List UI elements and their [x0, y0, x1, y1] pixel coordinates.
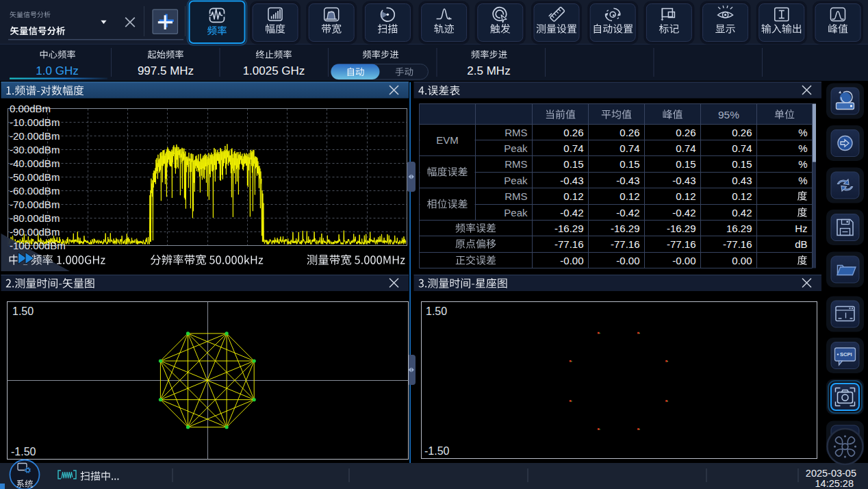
svg-text:0.15: 0.15 — [732, 158, 752, 170]
svg-text:-16.29: -16.29 — [611, 223, 640, 234]
svg-text:0.00: 0.00 — [732, 255, 752, 266]
svg-text:0.42: 0.42 — [732, 207, 752, 218]
svg-text:-0.00: -0.00 — [560, 255, 583, 266]
svg-text:0.15: 0.15 — [563, 158, 583, 170]
svg-text:16.29: 16.29 — [726, 223, 752, 234]
svg-text:0.12: 0.12 — [620, 190, 639, 202]
svg-text:Peak: Peak — [504, 142, 528, 154]
svg-text:-16.29: -16.29 — [667, 223, 696, 234]
svg-text:-0.42: -0.42 — [672, 207, 695, 218]
svg-text:0.15: 0.15 — [676, 158, 695, 170]
svg-text:-50.00dBm: -50.00dBm — [10, 171, 60, 183]
svg-text:-0.42: -0.42 — [616, 207, 639, 218]
svg-text:Hz: Hz — [795, 223, 807, 234]
svg-text:dB: dB — [795, 238, 807, 250]
svg-text:%: % — [798, 142, 807, 154]
svg-text:-70.00dBm: -70.00dBm — [10, 199, 60, 210]
svg-text:-0.43: -0.43 — [616, 175, 639, 186]
svg-text:-0.00: -0.00 — [672, 255, 695, 266]
svg-text:-30.00dBm: -30.00dBm — [10, 144, 60, 155]
svg-text:1.0025 GHz: 1.0025 GHz — [243, 64, 305, 77]
svg-text:14:25:28: 14:25:28 — [815, 478, 854, 489]
svg-text:-0.42: -0.42 — [560, 207, 583, 218]
svg-text:-0.43: -0.43 — [672, 175, 695, 186]
svg-text:%: % — [798, 175, 807, 186]
svg-text:-0.43: -0.43 — [560, 175, 583, 186]
svg-text:RMS: RMS — [505, 158, 527, 170]
svg-text:95%: 95% — [718, 109, 739, 121]
svg-text:-60.00dBm: -60.00dBm — [10, 185, 60, 197]
svg-text:RMS: RMS — [505, 127, 527, 138]
svg-text:0.74: 0.74 — [620, 142, 639, 154]
svg-text:1.0 GHz: 1.0 GHz — [36, 64, 78, 77]
svg-text:0.00dBm: 0.00dBm — [10, 103, 51, 114]
svg-text:%: % — [798, 158, 807, 170]
svg-text:-1.50: -1.50 — [11, 446, 36, 457]
svg-text:997.5 MHz: 997.5 MHz — [138, 64, 194, 77]
svg-text:2.5 MHz: 2.5 MHz — [467, 64, 510, 77]
svg-text:-77.16: -77.16 — [723, 238, 752, 250]
svg-text:EVM: EVM — [436, 134, 459, 146]
svg-text:0.74: 0.74 — [563, 142, 583, 154]
svg-text:Peak: Peak — [504, 207, 528, 218]
svg-text:-20.00dBm: -20.00dBm — [10, 130, 60, 142]
svg-text:0.15: 0.15 — [620, 158, 639, 170]
svg-text:0.12: 0.12 — [732, 190, 752, 202]
svg-text:-77.16: -77.16 — [611, 238, 640, 250]
svg-text:-1.50: -1.50 — [424, 445, 450, 457]
svg-text:0.12: 0.12 — [676, 190, 695, 202]
svg-text:RMS: RMS — [505, 190, 527, 202]
svg-text:-80.00dBm: -80.00dBm — [10, 212, 60, 224]
svg-text:0.43: 0.43 — [732, 175, 752, 186]
svg-text:0.26: 0.26 — [732, 127, 752, 138]
svg-text:-40.00dBm: -40.00dBm — [10, 158, 60, 169]
svg-text:-90.00dBm: -90.00dBm — [10, 226, 60, 238]
svg-text:SCPI: SCPI — [840, 351, 852, 358]
svg-text:-77.16: -77.16 — [667, 238, 696, 250]
svg-text:0.26: 0.26 — [563, 127, 583, 138]
svg-text:1.50: 1.50 — [426, 305, 447, 317]
svg-text:-10.00dBm: -10.00dBm — [10, 116, 60, 128]
svg-text:-100.00dBm: -100.00dBm — [10, 240, 66, 251]
svg-text:0.12: 0.12 — [563, 190, 583, 202]
svg-text:2025-03-05: 2025-03-05 — [806, 468, 856, 479]
svg-text:0.26: 0.26 — [620, 127, 639, 138]
svg-text:-0.00: -0.00 — [616, 255, 639, 266]
svg-text:1.50: 1.50 — [12, 305, 34, 317]
svg-text:-77.16: -77.16 — [554, 238, 584, 250]
svg-text:%: % — [798, 127, 807, 138]
svg-text:Peak: Peak — [504, 175, 528, 186]
svg-text:0.26: 0.26 — [676, 127, 695, 138]
svg-text:0.74: 0.74 — [676, 142, 695, 154]
svg-text:-16.29: -16.29 — [554, 223, 584, 234]
svg-text:0.74: 0.74 — [732, 142, 752, 154]
